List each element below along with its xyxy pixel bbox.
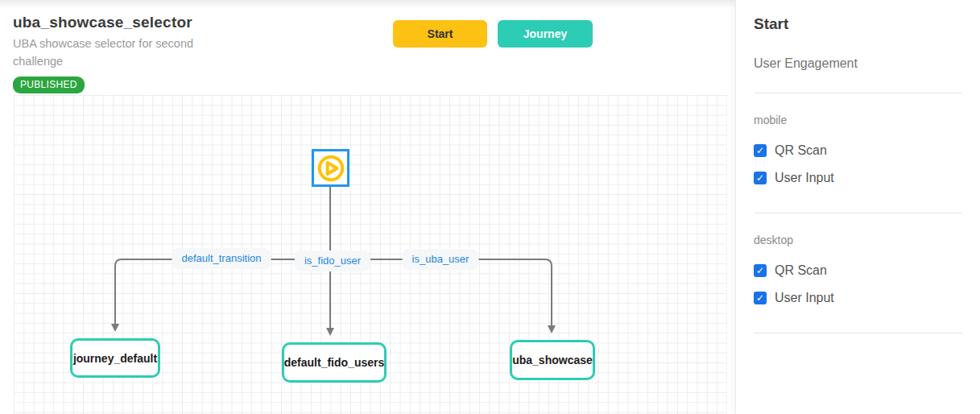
journey-header: uba_showcase_selector UBA showcase selec…: [13, 14, 214, 93]
checkbox-mobile-user-input[interactable]: [754, 172, 767, 184]
node-default-fido-users[interactable]: default_fido_users: [282, 342, 387, 383]
section-mobile: mobile QR Scan User Input: [754, 114, 962, 185]
panel-subtitle: User Engagement: [754, 56, 962, 71]
node-journey-default[interactable]: journey_default: [70, 338, 160, 378]
checkbox-label: QR Scan: [775, 263, 827, 278]
properties-panel: Start User Engagement mobile QR Scan Use…: [735, 0, 980, 414]
option-row-desktop-user-input: User Input: [754, 291, 962, 305]
edge-label-is-fido-user[interactable]: is_fido_user: [295, 250, 370, 271]
option-row-mobile-user-input: User Input: [754, 171, 962, 185]
node-uba-showcase[interactable]: uba_showcase: [510, 340, 595, 380]
edge-label-is-uba-user[interactable]: is_uba_user: [403, 249, 479, 270]
page-subtitle: UBA showcase selector for second challen…: [13, 35, 203, 71]
start-node-button[interactable]: Start: [393, 20, 487, 48]
checkbox-mobile-qr-scan[interactable]: [754, 144, 767, 157]
divider: [754, 333, 962, 333]
option-row-mobile-qr-scan: QR Scan: [754, 143, 962, 158]
checkbox-desktop-user-input[interactable]: [754, 292, 767, 304]
flow-canvas[interactable]: default_transition is_fido_user is_uba_u…: [14, 95, 727, 414]
start-node[interactable]: [312, 149, 349, 187]
checkbox-label: User Input: [775, 291, 834, 305]
section-desktop: desktop QR Scan User Input: [754, 234, 962, 305]
panel-title: Start: [754, 15, 962, 33]
status-badge: PUBLISHED: [13, 77, 85, 93]
checkbox-desktop-qr-scan[interactable]: [754, 264, 767, 277]
edge-label-default-transition[interactable]: default_transition: [172, 248, 271, 269]
section-label-desktop: desktop: [754, 234, 962, 246]
journey-node-button[interactable]: Journey: [498, 20, 593, 48]
section-label-mobile: mobile: [754, 114, 962, 126]
play-icon: [316, 153, 346, 184]
option-row-desktop-qr-scan: QR Scan: [754, 263, 962, 278]
checkbox-label: User Input: [775, 171, 834, 185]
checkbox-label: QR Scan: [775, 143, 827, 158]
divider: [754, 93, 962, 93]
page-title: uba_showcase_selector: [13, 14, 214, 31]
divider: [754, 213, 962, 213]
